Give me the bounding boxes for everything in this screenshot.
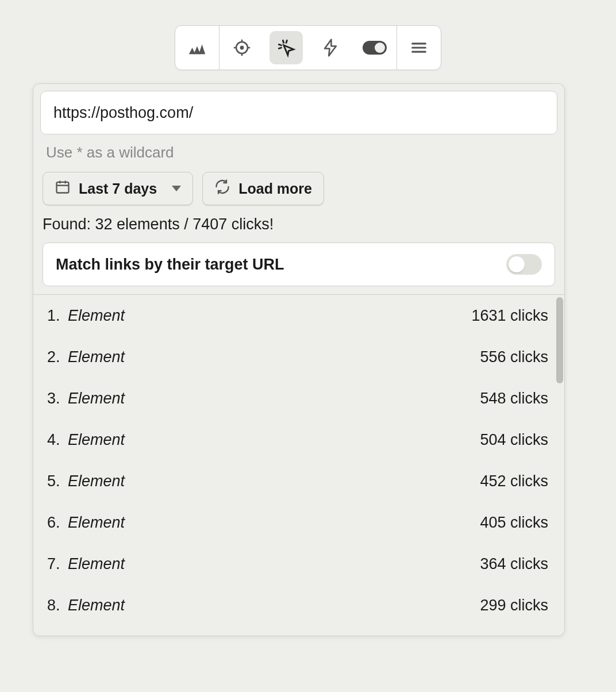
target-icon xyxy=(225,31,259,64)
list-item-clicks: 504 clicks xyxy=(480,431,548,449)
calendar-icon xyxy=(55,179,71,198)
click-icon xyxy=(270,31,303,64)
list-item[interactable]: 3. Element548 clicks xyxy=(33,378,564,419)
toolbar-inspect-button[interactable] xyxy=(220,26,264,70)
list-item[interactable]: 7. Element364 clicks xyxy=(33,543,564,585)
date-range-button[interactable]: Last 7 days xyxy=(43,172,193,205)
list-item-rank: 7. xyxy=(47,555,64,572)
list-item[interactable]: 1. Element1631 clicks xyxy=(33,295,564,336)
hamburger-icon xyxy=(402,31,436,64)
svg-line-6 xyxy=(283,40,283,43)
svg-rect-13 xyxy=(57,182,69,193)
list-item-name: Element xyxy=(68,514,125,531)
list-item-clicks: 452 clicks xyxy=(480,472,548,490)
date-range-label: Last 7 days xyxy=(79,180,157,197)
list-item-clicks: 556 clicks xyxy=(480,348,548,366)
list-item-clicks: 364 clicks xyxy=(480,555,548,573)
load-more-button[interactable]: Load more xyxy=(202,172,324,205)
list-item-name: Element xyxy=(68,597,125,614)
chevron-down-icon xyxy=(172,186,181,191)
list-item-name: Element xyxy=(68,472,125,490)
found-summary: Found: 32 elements / 7407 clicks! xyxy=(33,205,564,233)
list-item-rank: 3. xyxy=(47,390,64,407)
list-item-clicks: 405 clicks xyxy=(480,514,548,532)
list-item-rank: 4. xyxy=(47,431,64,448)
logo-icon xyxy=(180,31,214,64)
svg-point-1 xyxy=(240,47,242,49)
list-item-clicks: 548 clicks xyxy=(480,390,548,407)
list-item-name: Element xyxy=(68,348,125,366)
heatmap-panel: Use * as a wildcard Last 7 days xyxy=(33,83,565,636)
url-input[interactable] xyxy=(40,91,557,134)
list-item-rank: 5. xyxy=(47,472,64,490)
list-item-rank: 1. xyxy=(47,307,64,324)
list-item[interactable]: 5. Element452 clicks xyxy=(33,460,564,502)
toolbar-heatmap-button[interactable] xyxy=(264,26,308,70)
list-item-rank: 2. xyxy=(47,348,64,366)
list-item[interactable]: 2. Element556 clicks xyxy=(33,336,564,378)
match-links-switch[interactable] xyxy=(506,254,542,275)
list-item-clicks: 299 clicks xyxy=(480,597,548,614)
match-links-row: Match links by their target URL xyxy=(43,243,555,286)
list-item-name: Element xyxy=(68,307,125,324)
controls-row: Last 7 days Load more xyxy=(33,162,564,205)
scrollbar-thumb[interactable] xyxy=(556,297,563,383)
toggle-icon xyxy=(358,31,391,64)
toolbar xyxy=(175,25,441,70)
list-item-clicks: 1631 clicks xyxy=(471,307,548,325)
svg-line-9 xyxy=(279,48,281,48)
list-item-rank: 8. xyxy=(47,597,64,614)
toolbar-toggle-button[interactable] xyxy=(352,26,396,70)
list-item-name: Element xyxy=(68,555,125,572)
svg-line-7 xyxy=(279,44,281,45)
toolbar-logo-button[interactable] xyxy=(175,26,220,70)
list-item[interactable]: 4. Element504 clicks xyxy=(33,419,564,460)
toolbar-flash-button[interactable] xyxy=(308,26,352,70)
refresh-icon xyxy=(214,179,230,198)
toolbar-menu-button[interactable] xyxy=(396,26,441,70)
bolt-icon xyxy=(314,31,347,64)
wildcard-hint: Use * as a wildcard xyxy=(33,134,564,162)
list-item[interactable]: 6. Element405 clicks xyxy=(33,502,564,543)
list-item[interactable]: 8. Element299 clicks xyxy=(33,585,564,626)
list-item-name: Element xyxy=(68,390,125,407)
elements-list: 1. Element1631 clicks2. Element556 click… xyxy=(33,295,564,635)
list-item-rank: 6. xyxy=(47,514,64,531)
load-more-label: Load more xyxy=(238,180,312,197)
list-item-name: Element xyxy=(68,431,125,448)
match-links-label: Match links by their target URL xyxy=(56,256,284,274)
svg-line-8 xyxy=(286,40,287,43)
